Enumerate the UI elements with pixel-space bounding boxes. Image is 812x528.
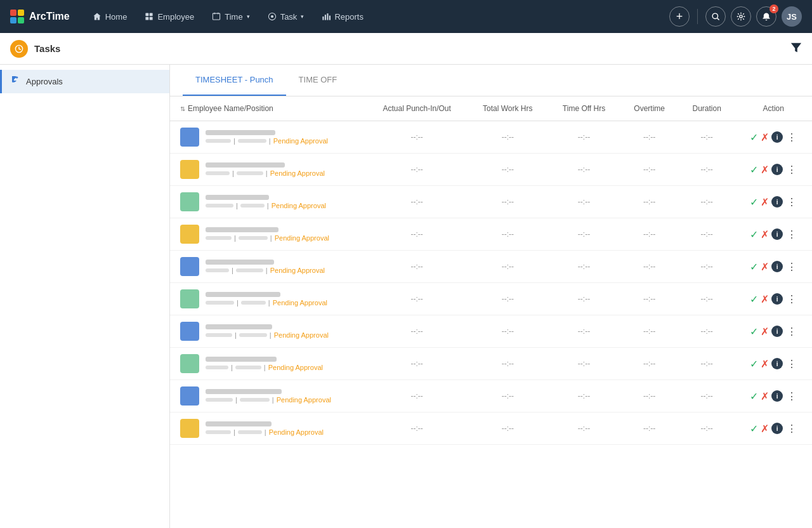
total-work-cell-9: --:-- xyxy=(468,412,548,445)
total-work-cell-6: --:-- xyxy=(468,315,548,348)
employee-avatar xyxy=(180,225,199,244)
reject-button-5[interactable]: ✗ xyxy=(761,293,769,305)
info-button-5[interactable]: i xyxy=(771,293,783,305)
app-logo[interactable]: ArcTime xyxy=(10,10,70,23)
approve-button-0[interactable]: ✓ xyxy=(750,131,758,143)
svg-rect-2 xyxy=(146,17,149,20)
more-button-7[interactable]: ⋮ xyxy=(787,358,797,370)
overtime-cell-3: --:-- xyxy=(620,218,678,251)
nav-item-employee[interactable]: Employee xyxy=(137,8,202,25)
pending-status: Pending Approval xyxy=(269,428,324,436)
notifications-button[interactable]: 2 xyxy=(756,6,776,27)
reject-button-3[interactable]: ✗ xyxy=(761,228,769,241)
employee-detail-bar-2 xyxy=(241,301,266,305)
sidebar-item-approvals[interactable]: Approvals xyxy=(0,70,169,93)
nav-item-task[interactable]: Task ▾ xyxy=(260,8,312,25)
employee-avatar xyxy=(180,257,199,276)
approve-button-3[interactable]: ✓ xyxy=(750,228,758,241)
time-off-cell-7: --:-- xyxy=(548,348,620,380)
more-button-3[interactable]: ⋮ xyxy=(787,228,797,241)
reject-button-1[interactable]: ✗ xyxy=(761,164,769,176)
sidebar: Approvals xyxy=(0,65,170,528)
info-button-8[interactable]: i xyxy=(771,390,783,402)
svg-rect-10 xyxy=(325,15,326,20)
svg-rect-0 xyxy=(146,13,149,16)
table-row: | | Pending Approval --:-- --:-- --:-- -… xyxy=(170,186,812,218)
reject-button-4[interactable]: ✗ xyxy=(761,261,769,273)
total-work-cell-0: --:-- xyxy=(468,121,548,154)
reject-button-8[interactable]: ✗ xyxy=(761,390,769,402)
col-punch: Actual Punch-In/Out xyxy=(366,96,468,121)
svg-point-8 xyxy=(271,15,273,18)
employee-name-bar xyxy=(206,357,277,362)
info-button-4[interactable]: i xyxy=(771,261,783,272)
info-button-6[interactable]: i xyxy=(771,326,783,337)
sort-icon: ⇅ xyxy=(180,105,185,112)
overtime-cell-7: --:-- xyxy=(620,348,678,380)
sidebar-approvals-label: Approvals xyxy=(26,77,63,86)
info-button-0[interactable]: i xyxy=(771,131,783,143)
add-button[interactable]: + xyxy=(669,6,690,27)
pending-status: Pending Approval xyxy=(273,299,327,307)
duration-cell-7: --:-- xyxy=(679,348,735,380)
employee-icon xyxy=(145,12,154,21)
approve-button-1[interactable]: ✓ xyxy=(750,164,758,176)
pending-status: Pending Approval xyxy=(270,169,325,177)
approve-button-8[interactable]: ✓ xyxy=(750,390,758,402)
punch-cell-0: --:-- xyxy=(366,121,468,154)
more-button-9[interactable]: ⋮ xyxy=(787,423,797,435)
tab-timesheet-punch[interactable]: TIMESHEET - Punch xyxy=(183,65,286,96)
approve-button-9[interactable]: ✓ xyxy=(750,423,758,435)
reject-button-2[interactable]: ✗ xyxy=(761,196,769,208)
time-off-cell-6: --:-- xyxy=(548,315,620,348)
filter-button[interactable] xyxy=(790,42,802,56)
duration-cell-4: --:-- xyxy=(679,251,735,283)
more-button-0[interactable]: ⋮ xyxy=(787,131,797,143)
info-button-9[interactable]: i xyxy=(771,423,783,434)
settings-button[interactable] xyxy=(731,6,751,27)
more-button-6[interactable]: ⋮ xyxy=(787,326,797,338)
total-work-cell-1: --:-- xyxy=(468,154,548,186)
employee-detail: | | Pending Approval xyxy=(206,428,324,436)
approve-button-7[interactable]: ✓ xyxy=(750,358,758,370)
punch-cell-2: --:-- xyxy=(366,186,468,218)
info-button-7[interactable]: i xyxy=(771,358,783,369)
table-row: | | Pending Approval --:-- --:-- --:-- -… xyxy=(170,348,812,380)
approve-button-6[interactable]: ✓ xyxy=(750,326,758,338)
more-button-1[interactable]: ⋮ xyxy=(787,164,797,176)
info-button-1[interactable]: i xyxy=(771,164,783,175)
nav-item-time[interactable]: Time ▾ xyxy=(204,8,257,25)
more-button-4[interactable]: ⋮ xyxy=(787,261,797,273)
overtime-cell-6: --:-- xyxy=(620,315,678,348)
employee-cell-9: | | Pending Approval xyxy=(170,412,366,445)
nav-item-reports[interactable]: Reports xyxy=(314,8,371,25)
more-button-2[interactable]: ⋮ xyxy=(787,196,797,208)
nav-item-home[interactable]: Home xyxy=(85,8,135,25)
employee-detail-bar-1 xyxy=(206,366,228,369)
search-button[interactable] xyxy=(705,6,726,27)
employee-detail: | | Pending Approval xyxy=(206,364,323,371)
task-dropdown-icon: ▾ xyxy=(301,13,304,20)
employee-detail: | | Pending Approval xyxy=(206,267,325,274)
user-avatar[interactable]: JS xyxy=(782,6,802,27)
approvals-table: ⇅ Employee Name/Position Actual Punch-In… xyxy=(170,96,812,445)
tab-time-off[interactable]: TIME OFF xyxy=(286,65,350,96)
more-button-5[interactable]: ⋮ xyxy=(787,293,797,305)
employee-detail-bar-2 xyxy=(239,236,268,240)
approve-button-2[interactable]: ✓ xyxy=(750,196,758,208)
employee-cell-2: | | Pending Approval xyxy=(170,186,366,218)
reject-button-0[interactable]: ✗ xyxy=(761,131,769,143)
reject-button-6[interactable]: ✗ xyxy=(761,326,769,338)
nav-employee-label: Employee xyxy=(157,12,194,22)
search-icon xyxy=(711,12,720,21)
approve-button-5[interactable]: ✓ xyxy=(750,293,758,305)
info-button-2[interactable]: i xyxy=(771,196,783,208)
notification-badge: 2 xyxy=(769,4,778,13)
more-button-8[interactable]: ⋮ xyxy=(787,390,797,402)
info-button-3[interactable]: i xyxy=(771,228,783,240)
reject-button-7[interactable]: ✗ xyxy=(761,358,769,370)
approve-button-4[interactable]: ✓ xyxy=(750,261,758,273)
employee-detail-bar-1 xyxy=(206,430,231,434)
table-row: | | Pending Approval --:-- --:-- --:-- -… xyxy=(170,315,812,348)
reject-button-9[interactable]: ✗ xyxy=(761,423,769,435)
